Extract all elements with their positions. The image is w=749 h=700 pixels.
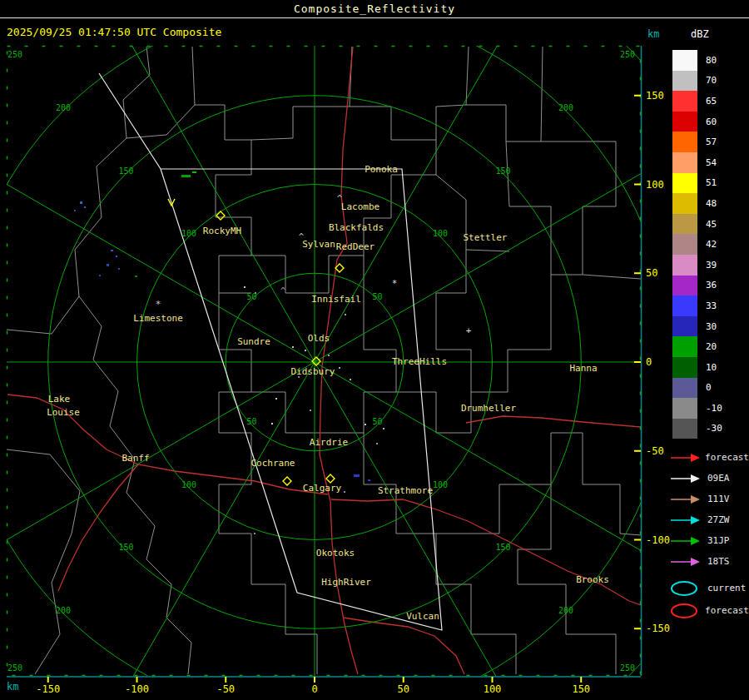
ellipse-label: current — [707, 583, 746, 593]
scale-entry: 80 — [672, 50, 749, 71]
radar-echo — [118, 268, 120, 270]
radar-site-marker — [326, 474, 335, 483]
x-axis-label: -150 — [36, 683, 60, 695]
scale-value-label: 30 — [706, 321, 717, 332]
scale-value-label: 36 — [706, 280, 717, 290]
radar-echo — [383, 428, 384, 429]
scale-color-swatch — [672, 173, 697, 194]
scale-entry: 39 — [672, 255, 749, 276]
ring-range-label: 200 — [56, 606, 71, 615]
radar-echo — [192, 171, 196, 173]
county-boundary — [219, 293, 251, 433]
city-label: Olds — [308, 333, 330, 344]
track-arrow-icon — [667, 512, 702, 529]
radar-echo — [116, 256, 117, 257]
ellipse-icon — [667, 578, 702, 598]
scale-color-swatch — [672, 112, 697, 132]
scale-entry: 0 — [672, 378, 749, 399]
scale-entry: 33 — [672, 295, 749, 316]
radar-echo — [310, 410, 311, 411]
city-label: ThreeHills — [392, 356, 447, 367]
arrow-head — [691, 558, 700, 566]
scale-color-swatch — [672, 234, 697, 255]
radar-echo — [368, 479, 370, 481]
county-boundary — [583, 275, 641, 279]
scale-color-swatch — [672, 255, 697, 276]
scale-color-swatch — [672, 419, 697, 439]
scale-value-label: 10 — [706, 362, 717, 373]
storm-track-entry: 27ZW — [667, 509, 749, 530]
storm-track-entry: 111V — [667, 489, 749, 509]
x-axis-label: 100 — [484, 683, 502, 695]
radar-echo — [111, 250, 113, 251]
radar-echo — [305, 350, 306, 351]
city-label: Blackfalds — [329, 222, 384, 233]
ring-range-label: 200 — [56, 103, 71, 112]
city-label: Calgary — [303, 483, 342, 494]
star-marker: * — [156, 299, 161, 310]
scale-entry: 70 — [672, 71, 749, 92]
scale-value-label: 51 — [706, 177, 717, 188]
coverage-sector — [99, 73, 442, 630]
ring-range-label: 50 — [372, 417, 382, 426]
azimuth-spoke — [57, 362, 315, 700]
scale-value-label: 45 — [706, 219, 717, 230]
scale-color-swatch — [672, 132, 697, 152]
track-label: 111V — [707, 494, 730, 504]
city-label: Brooks — [576, 574, 609, 585]
radar-echo — [275, 398, 277, 400]
radar-echo — [135, 276, 137, 277]
scale-value-label: 48 — [706, 198, 717, 209]
county-boundary — [251, 47, 352, 140]
county-boundary — [436, 250, 471, 392]
dbz-units-label: dBZ — [691, 28, 749, 40]
scale-value-label: 65 — [706, 96, 717, 107]
plus-marker: + — [466, 325, 472, 336]
radar-echo — [376, 443, 378, 444]
city-label: Sundre — [237, 336, 270, 347]
scale-color-swatch — [672, 398, 697, 419]
radar-echo — [328, 355, 330, 356]
scale-value-label: 54 — [706, 157, 717, 168]
county-boundary — [436, 433, 641, 535]
radar-echo — [84, 206, 86, 208]
ring-range-label: 250 — [7, 50, 22, 59]
scale-color-swatch — [672, 214, 697, 235]
arrow-head — [691, 454, 700, 462]
azimuth-spoke — [315, 362, 573, 700]
scale-value-label: 39 — [706, 260, 717, 271]
city-label: Didsbury — [291, 366, 335, 377]
highway — [58, 464, 138, 591]
ellipse-label: forecast — [705, 605, 749, 616]
city-label: HighRiver — [321, 577, 371, 588]
ellipse-shape — [672, 582, 697, 595]
highway — [466, 416, 641, 427]
scale-color-swatch — [672, 378, 697, 399]
ring-range-label: 250 — [620, 663, 635, 673]
y-axis-label: -50 — [646, 445, 664, 457]
arrow-head — [691, 474, 700, 483]
y-axis-label: 150 — [646, 90, 664, 102]
scale-value-label: 20 — [706, 341, 717, 352]
arrow-head — [691, 537, 700, 545]
city-label: Lacombe — [341, 201, 379, 212]
city-label: Ponoka — [365, 164, 398, 175]
storm-track-entry: forecast — [667, 447, 749, 468]
ring-range-label: 150 — [119, 543, 134, 552]
track-arrow-icon — [667, 491, 702, 508]
scale-entry: -10 — [672, 398, 749, 419]
city-label: Okotoks — [316, 548, 355, 559]
scale-value-label: 70 — [706, 75, 717, 86]
x-axis-label: 50 — [398, 683, 409, 695]
scale-entry: 57 — [672, 132, 749, 152]
y-axis-label: 50 — [646, 267, 657, 279]
reflectivity-color-scale: 807065605754514845423936333020100-10-30 — [666, 50, 749, 439]
radar-echo — [74, 210, 76, 211]
radar-plot[interactable]: **+^^^5050505010010010010015015015015020… — [0, 0, 749, 700]
track-arrow-icon — [667, 533, 702, 549]
ring-range-label: 50 — [246, 417, 256, 426]
scale-entry: 42 — [672, 234, 749, 255]
radar-echo — [271, 423, 273, 424]
city-label: RockyMH — [203, 226, 241, 236]
scale-entry: 20 — [672, 336, 749, 357]
